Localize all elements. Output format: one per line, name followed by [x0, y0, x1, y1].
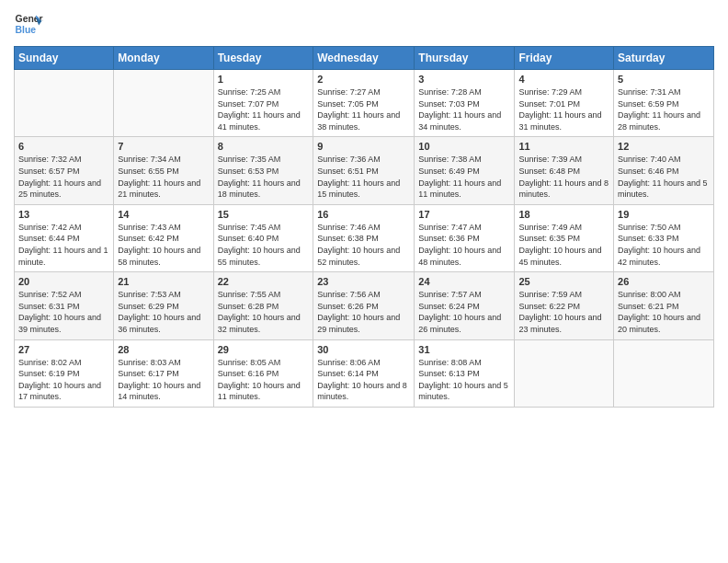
- day-info: Sunrise: 8:00 AM Sunset: 6:21 PM Dayligh…: [618, 289, 710, 335]
- weekday-header-row: SundayMondayTuesdayWednesdayThursdayFrid…: [15, 47, 714, 70]
- calendar-cell: 26Sunrise: 8:00 AM Sunset: 6:21 PM Dayli…: [614, 272, 714, 339]
- day-number: 25: [518, 276, 609, 287]
- day-info: Sunrise: 7:34 AM Sunset: 6:55 PM Dayligh…: [118, 154, 209, 200]
- day-info: Sunrise: 7:42 AM Sunset: 6:44 PM Dayligh…: [18, 222, 109, 268]
- day-number: 24: [418, 276, 510, 287]
- calendar-cell: 23Sunrise: 7:56 AM Sunset: 6:26 PM Dayli…: [313, 272, 415, 339]
- calendar-cell: 19Sunrise: 7:50 AM Sunset: 6:33 PM Dayli…: [614, 204, 714, 271]
- day-number: 3: [418, 74, 510, 85]
- day-info: Sunrise: 8:03 AM Sunset: 6:17 PM Dayligh…: [118, 357, 209, 403]
- day-info: Sunrise: 7:45 AM Sunset: 6:40 PM Dayligh…: [218, 222, 310, 268]
- calendar-cell: 11Sunrise: 7:39 AM Sunset: 6:48 PM Dayli…: [515, 137, 614, 204]
- day-number: 28: [118, 344, 209, 355]
- day-number: 19: [618, 209, 710, 220]
- day-number: 17: [418, 209, 510, 220]
- day-info: Sunrise: 7:35 AM Sunset: 6:53 PM Dayligh…: [218, 154, 310, 200]
- day-info: Sunrise: 7:56 AM Sunset: 6:26 PM Dayligh…: [317, 289, 410, 335]
- weekday-header-tuesday: Tuesday: [213, 47, 313, 70]
- day-info: Sunrise: 7:57 AM Sunset: 6:24 PM Dayligh…: [418, 289, 510, 335]
- weekday-header-thursday: Thursday: [415, 47, 515, 70]
- weekday-header-wednesday: Wednesday: [313, 47, 415, 70]
- calendar-cell: 22Sunrise: 7:55 AM Sunset: 6:28 PM Dayli…: [213, 272, 313, 339]
- calendar-cell: 14Sunrise: 7:43 AM Sunset: 6:42 PM Dayli…: [114, 204, 213, 271]
- calendar-cell: 4Sunrise: 7:29 AM Sunset: 7:01 PM Daylig…: [515, 70, 614, 137]
- day-info: Sunrise: 7:55 AM Sunset: 6:28 PM Dayligh…: [218, 289, 310, 335]
- day-info: Sunrise: 7:31 AM Sunset: 6:59 PM Dayligh…: [618, 86, 710, 132]
- calendar-cell: 3Sunrise: 7:28 AM Sunset: 7:03 PM Daylig…: [415, 70, 515, 137]
- day-number: 26: [618, 276, 710, 287]
- day-number: 20: [18, 276, 109, 287]
- calendar-row-2: 6Sunrise: 7:32 AM Sunset: 6:57 PM Daylig…: [15, 137, 714, 204]
- day-info: Sunrise: 8:08 AM Sunset: 6:13 PM Dayligh…: [418, 357, 510, 403]
- calendar-cell: 2Sunrise: 7:27 AM Sunset: 7:05 PM Daylig…: [313, 70, 415, 137]
- calendar-cell: 7Sunrise: 7:34 AM Sunset: 6:55 PM Daylig…: [114, 137, 213, 204]
- day-info: Sunrise: 7:40 AM Sunset: 6:46 PM Dayligh…: [618, 154, 710, 200]
- calendar-cell: 9Sunrise: 7:36 AM Sunset: 6:51 PM Daylig…: [313, 137, 415, 204]
- calendar-cell: 25Sunrise: 7:59 AM Sunset: 6:22 PM Dayli…: [515, 272, 614, 339]
- day-info: Sunrise: 7:36 AM Sunset: 6:51 PM Dayligh…: [317, 154, 410, 200]
- calendar-cell: [515, 339, 614, 407]
- calendar-cell: 30Sunrise: 8:06 AM Sunset: 6:14 PM Dayli…: [313, 339, 415, 407]
- calendar-row-5: 27Sunrise: 8:02 AM Sunset: 6:19 PM Dayli…: [15, 339, 714, 407]
- calendar-cell: 15Sunrise: 7:45 AM Sunset: 6:40 PM Dayli…: [213, 204, 313, 271]
- day-number: 21: [118, 276, 209, 287]
- page: General Blue SundayMondayTuesdayWednesda…: [0, 0, 728, 563]
- calendar-cell: [614, 339, 714, 407]
- calendar-cell: 12Sunrise: 7:40 AM Sunset: 6:46 PM Dayli…: [614, 137, 714, 204]
- day-number: 29: [218, 344, 310, 355]
- calendar-cell: 1Sunrise: 7:25 AM Sunset: 7:07 PM Daylig…: [213, 70, 313, 137]
- calendar-cell: 6Sunrise: 7:32 AM Sunset: 6:57 PM Daylig…: [15, 137, 114, 204]
- day-number: 8: [218, 141, 310, 152]
- svg-text:Blue: Blue: [16, 25, 37, 35]
- day-number: 6: [18, 141, 109, 152]
- day-info: Sunrise: 7:43 AM Sunset: 6:42 PM Dayligh…: [118, 222, 209, 268]
- day-info: Sunrise: 8:05 AM Sunset: 6:16 PM Dayligh…: [218, 357, 310, 403]
- day-info: Sunrise: 7:52 AM Sunset: 6:31 PM Dayligh…: [18, 289, 109, 335]
- calendar-cell: 16Sunrise: 7:46 AM Sunset: 6:38 PM Dayli…: [313, 204, 415, 271]
- calendar-cell: 31Sunrise: 8:08 AM Sunset: 6:13 PM Dayli…: [415, 339, 515, 407]
- logo: General Blue: [14, 9, 47, 39]
- day-info: Sunrise: 7:46 AM Sunset: 6:38 PM Dayligh…: [317, 222, 410, 268]
- day-number: 23: [317, 276, 410, 287]
- day-info: Sunrise: 7:53 AM Sunset: 6:29 PM Dayligh…: [118, 289, 209, 335]
- day-number: 4: [518, 74, 609, 85]
- calendar-cell: 10Sunrise: 7:38 AM Sunset: 6:49 PM Dayli…: [415, 137, 515, 204]
- day-number: 30: [317, 344, 410, 355]
- calendar-cell: 21Sunrise: 7:53 AM Sunset: 6:29 PM Dayli…: [114, 272, 213, 339]
- weekday-header-saturday: Saturday: [614, 47, 714, 70]
- day-number: 13: [18, 209, 109, 220]
- calendar-cell: 5Sunrise: 7:31 AM Sunset: 6:59 PM Daylig…: [614, 70, 714, 137]
- day-info: Sunrise: 7:25 AM Sunset: 7:07 PM Dayligh…: [218, 86, 310, 132]
- day-number: 27: [18, 344, 109, 355]
- day-number: 31: [418, 344, 510, 355]
- calendar: SundayMondayTuesdayWednesdayThursdayFrid…: [14, 46, 714, 408]
- day-number: 15: [218, 209, 310, 220]
- day-number: 14: [118, 209, 209, 220]
- day-info: Sunrise: 7:59 AM Sunset: 6:22 PM Dayligh…: [518, 289, 609, 335]
- calendar-cell: 29Sunrise: 8:05 AM Sunset: 6:16 PM Dayli…: [213, 339, 313, 407]
- calendar-cell: 17Sunrise: 7:47 AM Sunset: 6:36 PM Dayli…: [415, 204, 515, 271]
- day-info: Sunrise: 7:29 AM Sunset: 7:01 PM Dayligh…: [518, 86, 609, 132]
- calendar-cell: 20Sunrise: 7:52 AM Sunset: 6:31 PM Dayli…: [15, 272, 114, 339]
- calendar-cell: 27Sunrise: 8:02 AM Sunset: 6:19 PM Dayli…: [15, 339, 114, 407]
- day-number: 1: [218, 74, 310, 85]
- day-info: Sunrise: 7:49 AM Sunset: 6:35 PM Dayligh…: [518, 222, 609, 268]
- calendar-row-4: 20Sunrise: 7:52 AM Sunset: 6:31 PM Dayli…: [15, 272, 714, 339]
- calendar-cell: [114, 70, 213, 137]
- day-number: 7: [118, 141, 209, 152]
- weekday-header-monday: Monday: [114, 47, 213, 70]
- calendar-cell: 8Sunrise: 7:35 AM Sunset: 6:53 PM Daylig…: [213, 137, 313, 204]
- day-number: 2: [317, 74, 410, 85]
- day-info: Sunrise: 7:47 AM Sunset: 6:36 PM Dayligh…: [418, 222, 510, 268]
- calendar-row-3: 13Sunrise: 7:42 AM Sunset: 6:44 PM Dayli…: [15, 204, 714, 271]
- calendar-cell: 24Sunrise: 7:57 AM Sunset: 6:24 PM Dayli…: [415, 272, 515, 339]
- day-info: Sunrise: 7:32 AM Sunset: 6:57 PM Dayligh…: [18, 154, 109, 200]
- logo-icon: General Blue: [14, 9, 43, 39]
- day-number: 16: [317, 209, 410, 220]
- day-number: 22: [218, 276, 310, 287]
- weekday-header-friday: Friday: [515, 47, 614, 70]
- day-number: 9: [317, 141, 410, 152]
- day-info: Sunrise: 8:02 AM Sunset: 6:19 PM Dayligh…: [18, 357, 109, 403]
- calendar-cell: 28Sunrise: 8:03 AM Sunset: 6:17 PM Dayli…: [114, 339, 213, 407]
- calendar-row-1: 1Sunrise: 7:25 AM Sunset: 7:07 PM Daylig…: [15, 70, 714, 137]
